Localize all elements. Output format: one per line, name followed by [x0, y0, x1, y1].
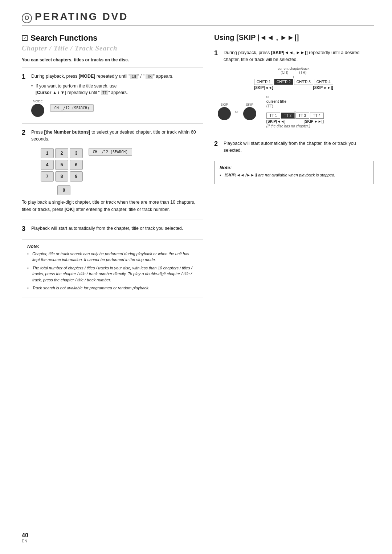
note-title-left: Note: — [27, 244, 198, 249]
checkbox-icon — [22, 35, 28, 41]
ch-label: (CH) — [281, 70, 288, 74]
skip-diagram: current chapter/track (CH) (TR) ↓ CH/TR … — [218, 66, 374, 128]
section-subtitle: Chapter / Title / Track Search — [22, 44, 203, 52]
skip-right-label: [SKIP ►►|] — [313, 86, 333, 90]
step-1-tt-abbr: TT — [101, 90, 108, 95]
numpad-7[interactable]: 7 — [41, 171, 54, 182]
step-3: 3 Playback will start automatically from… — [22, 225, 203, 233]
numpad-6[interactable]: 6 — [70, 160, 83, 170]
ch-tr-4: CH/TR 4 — [314, 79, 333, 85]
right-column: Using [SKIP |◄◄ , ►►|] 1 During playback… — [214, 33, 374, 297]
right-step-2-header: 2 Playback will start automatically from… — [214, 140, 374, 154]
ch-tr-3: CH/TR 3 — [294, 79, 313, 85]
tt-2: TT 2 — [281, 113, 295, 119]
ch-tr-1: CH/TR 1 — [254, 79, 273, 85]
step-1-display: CH _/12 (SEARCH) — [50, 104, 94, 112]
section-title: Search Functions — [30, 33, 98, 43]
note-bullets-left: Chapter, title or track search can only … — [27, 251, 198, 291]
step-1-num: 1 — [22, 73, 28, 81]
or-label-small: or — [266, 95, 324, 99]
skip-left-label-2: [SKIP|◄◄] — [266, 119, 286, 123]
step-3-text: Playback will start automatically from t… — [31, 225, 183, 232]
skip-btn-right-label: SKIP — [246, 103, 254, 106]
skip-bold: [SKIP|◄◄, ►►|] — [271, 50, 308, 55]
current-chapter-track-label: current chapter/track — [254, 66, 333, 70]
step-1-bullet-1: If you want to perform the title search,… — [31, 83, 203, 96]
step-1-cursor-label: [Cursor ▲ / ▼] — [36, 90, 66, 95]
note-text-right: [SKIP|◄◄ /►►|] are not available when pl… — [220, 172, 368, 178]
page-footer: 40 EN — [22, 532, 28, 543]
note-bullet-2: The total number of chapters / titles / … — [27, 265, 198, 283]
right-step-2-text: Playback will start automatically from t… — [224, 140, 374, 154]
skip-right-label-2: [SKIP ►►|] — [304, 119, 324, 123]
note-right-text: [SKIP|◄◄ /►►|] are not available when pl… — [220, 172, 368, 178]
numpad-9[interactable]: 9 — [70, 171, 83, 182]
header-title: PERATING DVD — [35, 11, 128, 23]
tt-4: TT 4 — [310, 113, 324, 119]
tt-sub-label: (TT) — [266, 104, 324, 108]
current-title-label: current title — [266, 99, 324, 103]
step-1-header: 1 During playback, press [MODE] repeated… — [22, 73, 203, 81]
right-step-1-text: During playback, press [SKIP|◄◄, ►►|] re… — [224, 49, 374, 64]
step-3-header: 3 Playback will start automatically from… — [22, 225, 203, 233]
page: O PERATING DVD Search Functions Chapter … — [0, 0, 392, 554]
ch-tr-row: CH/TR 1 CH/TR 2 CH/TR 3 CH/TR 4 — [254, 79, 333, 85]
tt-1: TT 1 — [266, 113, 280, 119]
tt-3: TT 3 — [295, 113, 309, 119]
right-step-1-header: 1 During playback, press [SKIP|◄◄, ►►|] … — [214, 49, 374, 64]
numpad-5[interactable]: 5 — [55, 160, 68, 170]
step-2: 2 Press [the Number buttons] to select y… — [22, 129, 203, 213]
numpad-4[interactable]: 4 — [41, 160, 54, 170]
left-column: Search Functions Chapter / Title / Track… — [22, 33, 203, 297]
note-box-left: Note: Chapter, title or track search can… — [22, 240, 203, 297]
header-circle-o: O — [22, 13, 32, 23]
page-lang: EN — [22, 539, 28, 543]
no-chapter-note: (If the disc has no chapter.) — [266, 124, 324, 128]
skip-buttons-row: SKIP or SKIP or current title (TT) — [218, 95, 374, 128]
numpad-3[interactable]: 3 — [70, 148, 83, 158]
tt-row: TT 1 TT 2 TT 3 TT 4 — [266, 113, 324, 119]
numpad-2[interactable]: 2 — [55, 148, 68, 158]
step-2-display: CH _/12 (SEARCH) — [89, 148, 132, 156]
right-step-1-num: 1 — [214, 49, 221, 57]
step-2-bold-num: [the Number buttons] — [44, 130, 90, 135]
step-2-header: 2 Press [the Number buttons] to select y… — [22, 129, 203, 143]
disc-instruction: You can select chapters, titles or track… — [22, 57, 203, 62]
step-2-num: 2 — [22, 129, 28, 137]
note-box-right: Note: [SKIP|◄◄ /►►|] are not available w… — [214, 161, 374, 184]
step-1-tr-abbr: TR — [146, 74, 153, 79]
tr-label: (TR) — [299, 70, 306, 74]
numpad-1[interactable]: 1 — [41, 148, 54, 158]
or-text: or — [235, 109, 239, 114]
arrow-down-ch: ↓ — [254, 74, 333, 79]
skip-button-right[interactable] — [243, 107, 256, 120]
step-2-extra-text: To play back a single-digit chapter, tit… — [22, 199, 203, 213]
numpad-0[interactable]: 0 — [57, 185, 70, 195]
note-title-right: Note: — [220, 165, 368, 170]
right-section-title: Using [SKIP |◄◄ , ►►|] — [214, 33, 374, 44]
mode-label: MODE — [33, 99, 43, 103]
step-1-bold-mode: [MODE] — [79, 74, 95, 79]
skip-labels-ch: [SKIP|◄◄] [SKIP ►►|] — [254, 86, 333, 90]
numpad-grid: 1 2 3 4 5 6 7 8 9 — [41, 148, 83, 182]
step-2-numpad-area: 1 2 3 4 5 6 7 8 9 0 — [31, 144, 203, 195]
skip-btn-left-label: SKIP — [221, 103, 228, 106]
mode-button-illustration — [31, 104, 44, 117]
step-1: 1 During playback, press [MODE] repeated… — [22, 73, 203, 117]
header-bar: O PERATING DVD — [22, 11, 374, 26]
ok-bold: [OK] — [65, 207, 74, 212]
skip-button-left[interactable] — [218, 107, 231, 120]
note-bullet-1: Chapter, title or track search can only … — [27, 251, 198, 263]
ch-tr-2: CH/TR 2 — [274, 79, 293, 85]
right-step-2: 2 Playback will start automatically from… — [214, 140, 374, 154]
numpad-8[interactable]: 8 — [55, 171, 68, 182]
step-1-ch-abbr: CH — [130, 74, 138, 79]
page-number: 40 — [22, 532, 28, 539]
note-bullet-3: Track search is not available for progra… — [27, 285, 198, 291]
step-1-text: During playback, press [MODE] repeatedly… — [31, 73, 173, 80]
step-1-bullets: If you want to perform the title search,… — [31, 83, 203, 96]
step-3-num: 3 — [22, 225, 28, 233]
skip-labels-tt: [SKIP|◄◄] [SKIP ►►|] — [266, 119, 324, 123]
section-heading: Search Functions — [22, 33, 203, 43]
step-1-illustration: MODE CH _/12 (SEARCH) — [31, 99, 203, 117]
